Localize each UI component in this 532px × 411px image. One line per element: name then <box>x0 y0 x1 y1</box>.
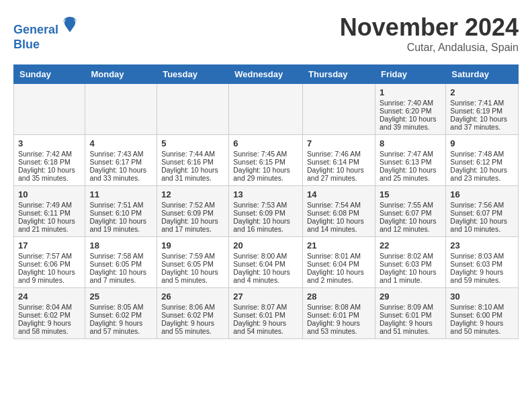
day-number: 2 <box>450 87 514 97</box>
logo-line2: Blue <box>13 38 40 51</box>
day-info: Sunrise: 7:41 AM <box>450 99 514 107</box>
day-info: Sunset: 6:09 PM <box>233 209 298 217</box>
day-info: Daylight: 10 hours and 33 minutes. <box>89 166 152 182</box>
day-info: Sunrise: 8:02 AM <box>380 252 441 260</box>
col-header-tuesday: Tuesday <box>157 65 229 84</box>
calendar-cell: 27Sunrise: 8:07 AMSunset: 6:01 PMDayligh… <box>229 288 303 339</box>
day-info: Sunset: 6:02 PM <box>18 311 81 319</box>
col-header-thursday: Thursday <box>303 65 375 84</box>
day-info: Sunset: 6:18 PM <box>18 158 81 166</box>
day-info: Daylight: 10 hours and 7 minutes. <box>89 268 152 284</box>
day-info: Sunset: 6:03 PM <box>380 260 441 268</box>
day-info: Sunrise: 8:03 AM <box>450 252 514 260</box>
day-info: Sunset: 6:01 PM <box>380 311 441 319</box>
calendar-cell: 28Sunrise: 8:08 AMSunset: 6:01 PMDayligh… <box>303 288 375 339</box>
day-info: Daylight: 9 hours and 55 minutes. <box>161 319 224 335</box>
calendar-cell: 13Sunrise: 7:53 AMSunset: 6:09 PMDayligh… <box>229 186 303 237</box>
day-info: Sunrise: 8:01 AM <box>307 252 371 260</box>
calendar-cell: 25Sunrise: 8:05 AMSunset: 6:02 PMDayligh… <box>85 288 157 339</box>
logo: General Blue <box>13 13 80 52</box>
day-info: Sunset: 6:04 PM <box>233 260 298 268</box>
day-number: 22 <box>380 240 441 250</box>
page-header: General Blue November 2024 Cutar, Andalu… <box>13 13 519 54</box>
day-info: Sunset: 6:08 PM <box>307 209 371 217</box>
day-info: Sunrise: 8:06 AM <box>161 303 224 311</box>
day-info: Daylight: 9 hours and 59 minutes. <box>450 268 514 284</box>
day-number: 25 <box>89 291 152 302</box>
calendar-body: 1Sunrise: 7:40 AMSunset: 6:20 PMDaylight… <box>14 84 519 339</box>
day-number: 13 <box>233 189 298 199</box>
day-info: Sunrise: 8:05 AM <box>89 303 152 311</box>
day-info: Sunset: 6:14 PM <box>307 158 371 166</box>
day-number: 11 <box>89 189 152 199</box>
logo-line1: General <box>13 23 58 36</box>
day-info: Daylight: 10 hours and 19 minutes. <box>89 217 152 233</box>
day-info: Sunset: 6:01 PM <box>233 311 298 319</box>
day-number: 28 <box>307 291 371 302</box>
day-info: Sunrise: 7:51 AM <box>89 201 152 209</box>
calendar-week-3: 10Sunrise: 7:49 AMSunset: 6:11 PMDayligh… <box>14 186 519 237</box>
col-header-friday: Friday <box>375 65 445 84</box>
day-number: 3 <box>18 138 81 148</box>
day-info: Sunrise: 7:45 AM <box>233 150 298 158</box>
day-info: Sunrise: 7:57 AM <box>18 252 81 260</box>
day-info: Sunrise: 7:53 AM <box>233 201 298 209</box>
day-info: Daylight: 10 hours and 14 minutes. <box>307 217 371 233</box>
day-number: 8 <box>380 138 441 148</box>
day-number: 16 <box>450 189 514 199</box>
day-info: Sunrise: 7:56 AM <box>450 201 514 209</box>
calendar-cell: 26Sunrise: 8:06 AMSunset: 6:02 PMDayligh… <box>157 288 229 339</box>
calendar-cell: 7Sunrise: 7:46 AMSunset: 6:14 PMDaylight… <box>303 135 375 186</box>
day-info: Daylight: 9 hours and 50 minutes. <box>450 319 514 335</box>
day-info: Daylight: 10 hours and 4 minutes. <box>233 268 298 284</box>
day-number: 20 <box>233 240 298 250</box>
day-info: Sunrise: 7:59 AM <box>161 252 224 260</box>
day-info: Sunrise: 7:40 AM <box>380 99 441 107</box>
day-number: 23 <box>450 240 514 250</box>
day-info: Daylight: 10 hours and 35 minutes. <box>18 166 81 182</box>
calendar-cell: 9Sunrise: 7:48 AMSunset: 6:12 PMDaylight… <box>446 135 519 186</box>
day-number: 17 <box>18 240 81 250</box>
col-header-saturday: Saturday <box>446 65 519 84</box>
day-info: Sunrise: 7:46 AM <box>307 150 371 158</box>
day-info: Sunrise: 8:00 AM <box>233 252 298 260</box>
day-number: 4 <box>89 138 152 148</box>
month-title: November 2024 <box>340 13 519 42</box>
day-info: Daylight: 10 hours and 16 minutes. <box>233 217 298 233</box>
col-header-wednesday: Wednesday <box>229 65 303 84</box>
day-info: Daylight: 10 hours and 2 minutes. <box>307 268 371 284</box>
day-number: 10 <box>18 189 81 199</box>
day-number: 1 <box>380 87 441 97</box>
day-info: Sunset: 6:13 PM <box>380 158 441 166</box>
day-number: 9 <box>450 138 514 148</box>
calendar-cell: 24Sunrise: 8:04 AMSunset: 6:02 PMDayligh… <box>14 288 85 339</box>
day-info: Daylight: 10 hours and 5 minutes. <box>161 268 224 284</box>
day-info: Sunrise: 7:42 AM <box>18 150 81 158</box>
day-info: Sunset: 6:19 PM <box>450 107 514 115</box>
day-info: Sunset: 6:09 PM <box>161 209 224 217</box>
day-info: Daylight: 9 hours and 51 minutes. <box>380 319 441 335</box>
calendar-cell: 5Sunrise: 7:44 AMSunset: 6:16 PMDaylight… <box>157 135 229 186</box>
day-number: 14 <box>307 189 371 199</box>
calendar-cell: 1Sunrise: 7:40 AMSunset: 6:20 PMDaylight… <box>375 84 445 135</box>
day-info: Daylight: 9 hours and 58 minutes. <box>18 319 81 335</box>
calendar-cell: 29Sunrise: 8:09 AMSunset: 6:01 PMDayligh… <box>375 288 445 339</box>
day-info: Daylight: 10 hours and 12 minutes. <box>380 217 441 233</box>
day-number: 21 <box>307 240 371 250</box>
day-info: Sunrise: 7:49 AM <box>18 201 81 209</box>
day-info: Sunset: 6:15 PM <box>233 158 298 166</box>
calendar-cell <box>303 84 375 135</box>
calendar-cell: 18Sunrise: 7:58 AMSunset: 6:05 PMDayligh… <box>85 237 157 288</box>
day-number: 6 <box>233 138 298 148</box>
calendar-cell: 22Sunrise: 8:02 AMSunset: 6:03 PMDayligh… <box>375 237 445 288</box>
day-info: Daylight: 10 hours and 9 minutes. <box>18 268 81 284</box>
day-info: Daylight: 10 hours and 39 minutes. <box>380 115 441 131</box>
day-info: Sunset: 6:02 PM <box>89 311 152 319</box>
day-info: Sunrise: 7:54 AM <box>307 201 371 209</box>
calendar-cell: 21Sunrise: 8:01 AMSunset: 6:04 PMDayligh… <box>303 237 375 288</box>
calendar-cell: 8Sunrise: 7:47 AMSunset: 6:13 PMDaylight… <box>375 135 445 186</box>
day-info: Sunset: 6:05 PM <box>89 260 152 268</box>
day-number: 27 <box>233 291 298 302</box>
day-info: Sunrise: 8:10 AM <box>450 303 514 311</box>
day-info: Sunset: 6:03 PM <box>450 260 514 268</box>
